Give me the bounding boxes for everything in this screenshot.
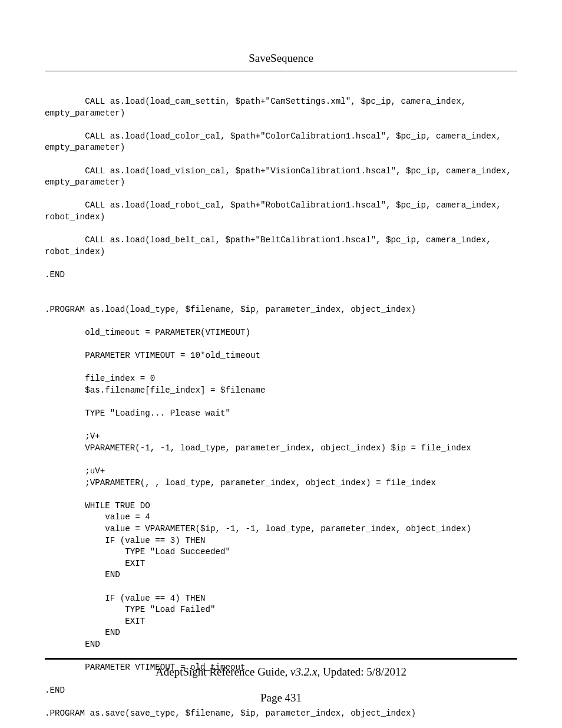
code-block: CALL as.load(load_cam_settin, $path+"Cam… <box>45 96 517 720</box>
document-page: SaveSequence CALL as.load(load_cam_setti… <box>0 0 562 728</box>
page-header: SaveSequence <box>45 52 517 71</box>
page-number-label: Page 431 <box>260 691 302 704</box>
footer-guide: AdeptSight Reference Guide <box>156 666 285 678</box>
footer-rule <box>45 658 517 660</box>
footer-text: AdeptSight Reference Guide, v3.2.x, Upda… <box>0 666 562 678</box>
footer-updated: , Updated: 5/8/2012 <box>317 666 406 678</box>
footer-version: , v3.2.x <box>285 666 318 678</box>
page-number: Page 431 <box>0 691 562 704</box>
header-title: SaveSequence <box>249 52 313 64</box>
